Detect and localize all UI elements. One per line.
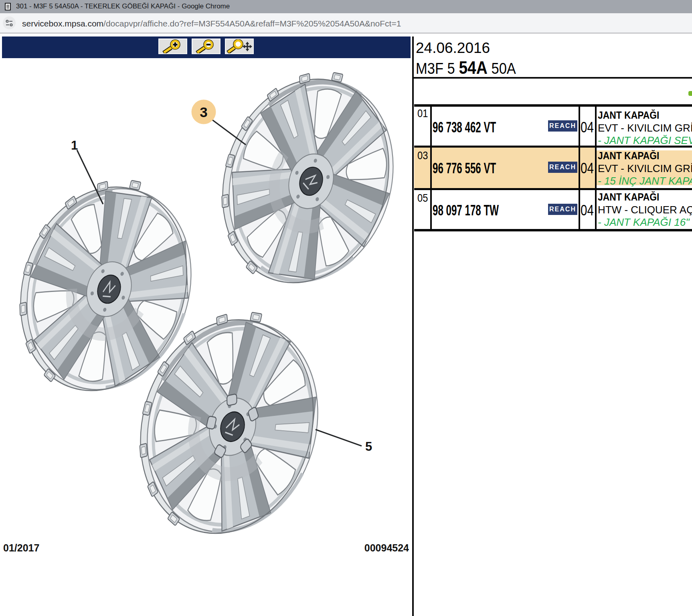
svg-text:3: 3 — [200, 104, 207, 120]
svg-text:1: 1 — [71, 138, 78, 152]
svg-text:5: 5 — [365, 440, 372, 454]
